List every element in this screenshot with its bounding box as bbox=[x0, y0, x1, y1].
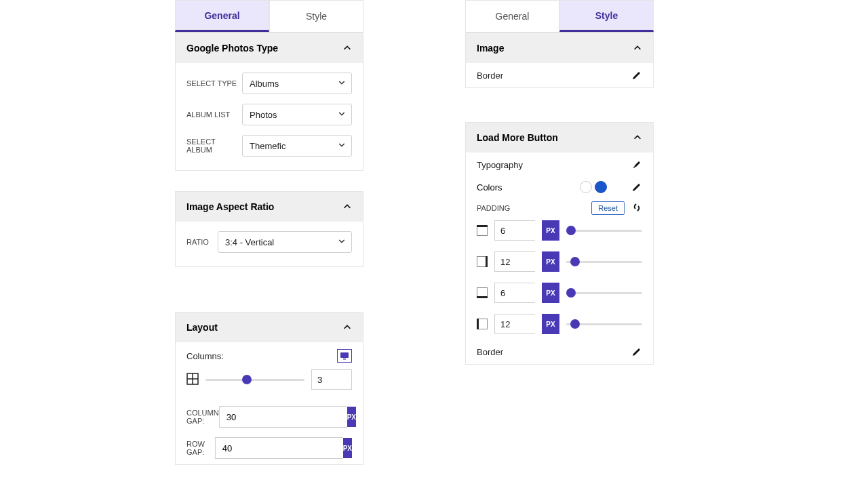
svg-rect-0 bbox=[340, 352, 349, 358]
loadmore-border-label: Border bbox=[477, 347, 503, 357]
padding-left-slider[interactable] bbox=[566, 319, 642, 329]
tabs-right: General Style bbox=[465, 0, 654, 33]
chevron-down-icon bbox=[338, 79, 346, 89]
unit-px[interactable]: PX bbox=[343, 438, 352, 458]
columns-label: Columns: bbox=[186, 351, 224, 361]
columns-grid-icon bbox=[186, 373, 199, 387]
section-toggle-aspect[interactable]: Image Aspect Ratio bbox=[176, 192, 363, 222]
brush-icon[interactable] bbox=[631, 159, 642, 170]
chevron-up-icon bbox=[342, 323, 352, 332]
image-aspect-ratio-panel: Image Aspect Ratio Ratio 3:4 - Vertical bbox=[175, 191, 363, 267]
padding-bottom-slider[interactable] bbox=[566, 287, 642, 298]
select-type-dropdown[interactable]: Albums bbox=[242, 73, 352, 94]
tab-general[interactable]: General bbox=[175, 0, 269, 32]
padding-right-slider[interactable] bbox=[566, 256, 642, 267]
colors-label: Colors bbox=[477, 182, 502, 192]
chevron-up-icon bbox=[633, 133, 642, 142]
section-title: Image Aspect Ratio bbox=[186, 201, 274, 212]
section-toggle-layout[interactable]: Layout bbox=[176, 312, 363, 342]
chevron-down-icon bbox=[338, 110, 346, 120]
image-style-panel: Image Border bbox=[465, 33, 654, 88]
ratio-dropdown[interactable]: 3:4 - Vertical bbox=[218, 231, 352, 253]
google-photos-type-panel: Google Photos Type Select Type Albums Al… bbox=[175, 33, 363, 171]
album-list-label: Album List bbox=[186, 110, 242, 119]
section-title: Google Photos Type bbox=[186, 43, 278, 54]
pencil-icon[interactable] bbox=[631, 346, 642, 357]
row-gap-input[interactable] bbox=[215, 437, 343, 459]
section-title: Image bbox=[477, 43, 504, 54]
tabs-left: General Style bbox=[175, 0, 363, 33]
chevron-up-icon bbox=[342, 43, 352, 53]
tab-style-right[interactable]: Style bbox=[559, 0, 654, 32]
column-gap-label: Column Gap: bbox=[186, 409, 219, 425]
padding-right-icon bbox=[477, 256, 488, 267]
padding-top-icon bbox=[477, 225, 488, 236]
tab-general-right[interactable]: General bbox=[465, 0, 559, 32]
padding-bottom-icon bbox=[477, 287, 488, 298]
tab-style[interactable]: Style bbox=[269, 0, 363, 32]
album-list-dropdown[interactable]: Photos bbox=[242, 104, 352, 125]
chevron-up-icon bbox=[633, 43, 642, 53]
column-gap-input[interactable] bbox=[219, 406, 347, 428]
color-swatch-white[interactable] bbox=[580, 181, 592, 193]
padding-left-icon bbox=[477, 319, 488, 329]
padding-bottom-input[interactable] bbox=[494, 283, 535, 303]
color-swatch-blue[interactable] bbox=[595, 181, 607, 193]
typography-label: Typography bbox=[477, 160, 523, 170]
section-title: Load More Button bbox=[477, 132, 558, 143]
select-album-label: Select Album bbox=[186, 138, 242, 154]
chevron-down-icon bbox=[338, 237, 346, 247]
load-more-button-panel: Load More Button Typography Colors bbox=[465, 122, 654, 365]
layout-panel: Layout Columns: bbox=[175, 312, 363, 465]
ratio-label: Ratio bbox=[186, 238, 218, 246]
padding-left-input[interactable] bbox=[494, 314, 535, 334]
section-toggle-loadmore[interactable]: Load More Button bbox=[466, 123, 653, 152]
pencil-icon[interactable] bbox=[631, 70, 642, 81]
row-gap-label: Row Gap: bbox=[186, 440, 215, 456]
columns-input[interactable] bbox=[311, 369, 352, 390]
unit-px[interactable]: PX bbox=[542, 251, 559, 272]
pencil-icon[interactable] bbox=[631, 182, 642, 192]
link-values-icon[interactable] bbox=[631, 202, 642, 215]
padding-top-slider[interactable] bbox=[566, 225, 642, 236]
svg-rect-1 bbox=[343, 359, 346, 360]
select-album-dropdown[interactable]: Themefic bbox=[242, 135, 352, 157]
section-title: Layout bbox=[186, 322, 218, 333]
chevron-down-icon bbox=[338, 141, 346, 151]
padding-top-input[interactable] bbox=[494, 220, 535, 241]
desktop-device-icon[interactable] bbox=[337, 349, 352, 363]
unit-px[interactable]: PX bbox=[542, 314, 559, 334]
unit-px[interactable]: PX bbox=[542, 220, 559, 241]
section-toggle-image[interactable]: Image bbox=[466, 33, 653, 63]
unit-px[interactable]: PX bbox=[542, 283, 559, 303]
padding-right-input[interactable] bbox=[494, 251, 535, 272]
columns-slider[interactable] bbox=[205, 374, 304, 385]
reset-button[interactable]: Reset bbox=[591, 201, 625, 215]
padding-label: Padding bbox=[477, 204, 510, 212]
image-border-label: Border bbox=[477, 70, 503, 81]
chevron-up-icon bbox=[342, 202, 352, 211]
select-type-label: Select Type bbox=[186, 79, 242, 87]
section-toggle-gphotos[interactable]: Google Photos Type bbox=[176, 33, 363, 63]
unit-px[interactable]: PX bbox=[347, 407, 356, 427]
